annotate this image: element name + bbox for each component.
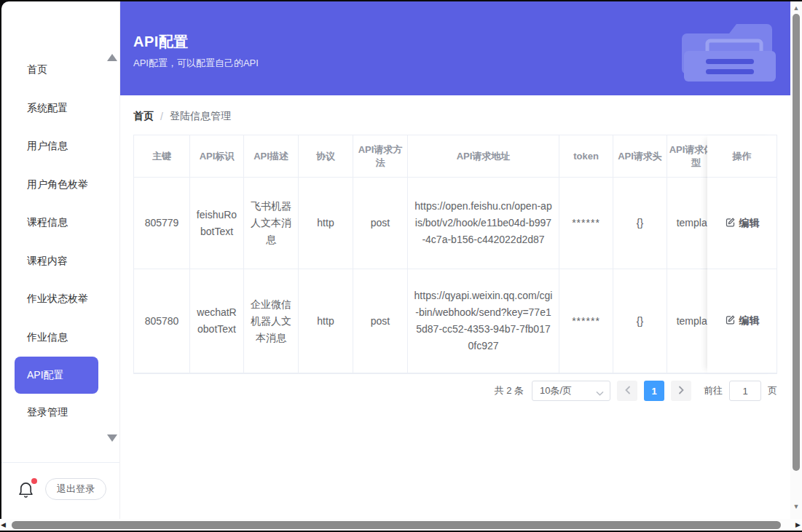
folder-illustration-icon bbox=[675, 19, 783, 84]
cell-api-desc: 飞书机器人文本消息 bbox=[244, 178, 299, 269]
edit-button[interactable]: 编辑 bbox=[725, 314, 760, 327]
sidebar-item-course-info[interactable]: 课程信息 bbox=[1, 204, 119, 242]
sidebar-scroll-down-icon[interactable] bbox=[107, 434, 117, 442]
page-subtitle: API配置，可以配置自己的API bbox=[133, 57, 259, 70]
cell-token: ****** bbox=[559, 269, 613, 373]
breadcrumb-separator: / bbox=[160, 111, 163, 122]
notification-bell-button[interactable] bbox=[17, 480, 36, 499]
api-table: 主键 API标识 API描述 协议 API请求方法 API请求地址 token … bbox=[133, 135, 777, 374]
sidebar-menu: 首页 系统配置 用户信息 用户角色枚举 课程信息 课程内容 作业状态枚举 作业信… bbox=[1, 51, 119, 432]
column-header-id: 主键 bbox=[134, 135, 190, 178]
breadcrumb-current: 登陆信息管理 bbox=[170, 110, 231, 123]
edit-icon bbox=[725, 314, 736, 327]
cell-method: post bbox=[353, 269, 408, 373]
edit-button[interactable]: 编辑 bbox=[725, 217, 760, 230]
page-title: API配置 bbox=[133, 32, 189, 52]
edit-button-label: 编辑 bbox=[739, 314, 760, 327]
cell-request-headers: {} bbox=[613, 178, 667, 269]
column-header-url: API请求地址 bbox=[408, 135, 559, 178]
column-header-token: token bbox=[559, 135, 613, 178]
page-size-value: 10条/页 bbox=[540, 384, 572, 397]
sidebar-footer: 退出登录 bbox=[1, 462, 119, 519]
sidebar-item-label: 课程内容 bbox=[27, 255, 68, 268]
cell-id: 805779 bbox=[134, 178, 190, 269]
table-row: 805780 wechatRobotText 企业微信机器人文本消息 http … bbox=[134, 269, 726, 373]
operation-cell: 编辑 bbox=[707, 178, 777, 269]
fixed-operation-column: 操作 编辑 bbox=[707, 135, 777, 373]
sidebar-item-label: API配置 bbox=[27, 369, 64, 382]
cell-api-key: feishuRobotText bbox=[190, 178, 244, 269]
scroll-left-arrow-icon[interactable]: ◀ bbox=[1, 520, 6, 529]
logout-label: 退出登录 bbox=[57, 483, 95, 496]
cell-method: post bbox=[353, 178, 408, 269]
chevron-right-icon bbox=[678, 385, 685, 397]
cell-api-key: wechatRobotText bbox=[190, 269, 244, 373]
sidebar-item-home[interactable]: 首页 bbox=[1, 51, 119, 90]
sidebar-item-user-info[interactable]: 用户信息 bbox=[1, 127, 119, 166]
edit-icon bbox=[725, 217, 736, 230]
operation-cell: 编辑 bbox=[707, 269, 777, 373]
page-unit-label: 页 bbox=[768, 384, 777, 397]
page-banner: API配置 API配置，可以配置自己的API bbox=[120, 1, 790, 95]
sidebar-item-api-config[interactable]: API配置 bbox=[15, 357, 98, 394]
column-header-method: API请求方法 bbox=[353, 135, 408, 178]
sidebar-item-label: 用户信息 bbox=[27, 140, 68, 153]
pagination-total: 共 2 条 bbox=[495, 384, 524, 397]
scroll-right-arrow-icon[interactable]: ▶ bbox=[795, 520, 801, 529]
cell-id: 805780 bbox=[134, 269, 190, 373]
sidebar: 首页 系统配置 用户信息 用户角色枚举 课程信息 课程内容 作业状态枚举 作业信… bbox=[1, 1, 120, 519]
sidebar-item-label: 用户角色枚举 bbox=[27, 178, 88, 191]
cell-protocol: http bbox=[299, 269, 353, 373]
next-page-button[interactable] bbox=[671, 381, 691, 401]
table-header-row: 主键 API标识 API描述 协议 API请求方法 API请求地址 token … bbox=[134, 135, 726, 178]
cell-protocol: http bbox=[299, 178, 353, 269]
vertical-scrollbar-thumb[interactable] bbox=[793, 14, 800, 471]
horizontal-scrollbar-thumb[interactable] bbox=[12, 521, 781, 529]
breadcrumb-home-link[interactable]: 首页 bbox=[133, 110, 154, 123]
cell-token: ****** bbox=[559, 178, 613, 269]
cell-request-headers: {} bbox=[613, 269, 667, 373]
main-area: API配置 API配置，可以配置自己的API 首页 / 登陆信息管理 主键 AP… bbox=[120, 1, 790, 519]
vertical-scrollbar[interactable]: ▲ ▼ bbox=[790, 1, 802, 519]
sidebar-item-label: 登录管理 bbox=[27, 406, 68, 419]
horizontal-scrollbar[interactable]: ◀ ▶ bbox=[0, 519, 802, 531]
column-header-request-headers: API请求头 bbox=[613, 135, 667, 178]
column-header-api-key: API标识 bbox=[190, 135, 244, 178]
chevron-left-icon bbox=[624, 385, 631, 397]
sidebar-item-homework-status-enum[interactable]: 作业状态枚举 bbox=[1, 280, 119, 319]
sidebar-item-label: 系统配置 bbox=[27, 102, 68, 115]
column-header-operation: 操作 bbox=[707, 135, 777, 178]
page-size-select[interactable]: 10条/页 bbox=[532, 381, 610, 401]
sidebar-item-label: 课程信息 bbox=[27, 216, 68, 229]
notification-badge bbox=[31, 478, 37, 484]
sidebar-item-course-content[interactable]: 课程内容 bbox=[1, 242, 119, 281]
edit-button-label: 编辑 bbox=[739, 217, 760, 230]
scroll-up-arrow-icon[interactable]: ▲ bbox=[790, 4, 802, 12]
prev-page-button[interactable] bbox=[617, 381, 637, 401]
sidebar-item-login-management[interactable]: 登录管理 bbox=[1, 394, 119, 432]
sidebar-item-label: 作业信息 bbox=[27, 331, 68, 344]
content-area: 首页 / 登陆信息管理 主键 API标识 API描述 协议 API请求方法 AP… bbox=[120, 95, 790, 519]
sidebar-item-homework-info[interactable]: 作业信息 bbox=[1, 319, 119, 357]
column-header-protocol: 协议 bbox=[299, 135, 353, 178]
goto-label: 前往 bbox=[704, 384, 723, 397]
table-row: 805779 feishuRobotText 飞书机器人文本消息 http po… bbox=[134, 178, 726, 269]
cell-api-desc: 企业微信机器人文本消息 bbox=[244, 269, 299, 373]
sidebar-item-label: 作业状态枚举 bbox=[27, 293, 88, 306]
scroll-down-arrow-icon[interactable]: ▼ bbox=[790, 502, 802, 511]
logout-button[interactable]: 退出登录 bbox=[45, 478, 106, 500]
cell-url: https://qyapi.weixin.qq.com/cgi-bin/webh… bbox=[408, 269, 559, 373]
bell-icon bbox=[17, 488, 34, 501]
goto-page-input[interactable] bbox=[729, 381, 761, 401]
chevron-down-icon bbox=[596, 388, 604, 399]
pagination-bar: 共 2 条 10条/页 1 前往 页 bbox=[133, 381, 777, 401]
sidebar-item-label: 首页 bbox=[27, 63, 47, 76]
cell-url: https://open.feishu.cn/open-apis/bot/v2/… bbox=[408, 178, 559, 269]
sidebar-item-user-role-enum[interactable]: 用户角色枚举 bbox=[1, 166, 119, 205]
column-header-api-desc: API描述 bbox=[244, 135, 299, 178]
sidebar-item-system-config[interactable]: 系统配置 bbox=[1, 90, 119, 128]
page-number-button[interactable]: 1 bbox=[644, 381, 664, 401]
breadcrumb: 首页 / 登陆信息管理 bbox=[133, 110, 777, 123]
